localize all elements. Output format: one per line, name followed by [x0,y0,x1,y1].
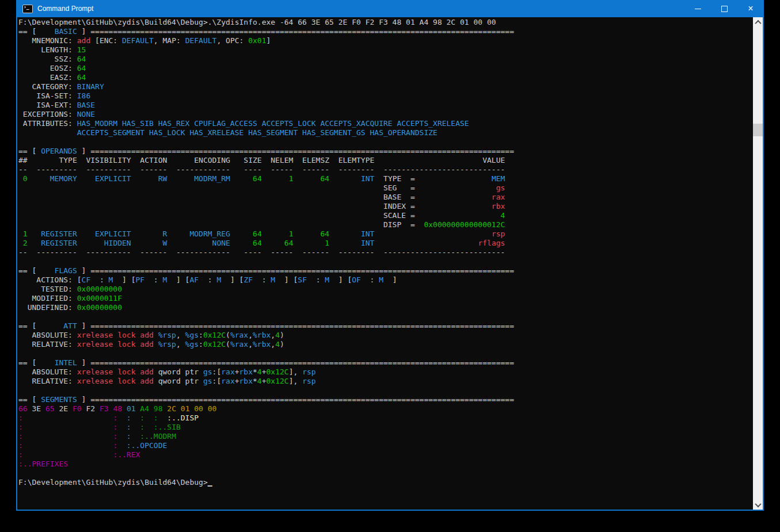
terminal-line: : : :..OPCODE [18,441,753,450]
terminal-line: MODIFIED: 0x0000011F [18,294,753,303]
terminal-line: RELATIVE: xrelease lock add %rsp, %gs:0x… [18,340,753,349]
window-title: Command Prompt [37,5,93,13]
title-bar: Command Prompt × [16,0,764,17]
close-icon: × [748,4,753,13]
terminal-line: ## TYPE VISIBILITY ACTION ENCODING SIZE … [18,156,753,165]
terminal-line [18,137,753,147]
cmd-prompt-icon [22,5,33,13]
terminal-line: SSZ: 64 [18,55,753,64]
terminal-line: -- --------- ---------- ------ ---------… [18,165,753,174]
minimize-button[interactable] [684,0,711,17]
terminal-line: UNDEFINED: 0x00000000 [18,303,753,312]
scrollbar-thumb[interactable] [753,124,763,136]
terminal-line: ISA-SET: I86 [18,91,753,101]
terminal-line: : : : :..MODRM [18,432,753,441]
terminal-line: SEG = gs [18,183,753,193]
maximize-button[interactable] [711,0,737,17]
terminal-line: :..PREFIXES [18,460,753,469]
scroll-up-button[interactable] [753,17,763,27]
terminal-line: -- --------- ---------- ------ ---------… [18,248,753,257]
terminal-line: RELATIVE: xrelease lock add qword ptr gs… [18,377,753,386]
terminal-line: == [ FLAGS ] ===========================… [18,266,753,275]
terminal-line [18,312,753,322]
terminal-line: ATTRIBUTES: HAS_MODRM HAS_SIB HAS_REX CP… [18,119,753,128]
terminal-line: : : : : : :..DISP [18,414,753,423]
terminal-line: : : : : :..SIB [18,423,753,432]
terminal-line: F:\Development\GitHub\zydis\Build64\Debu… [18,18,753,27]
terminal-line: ACCEPTS_SEGMENT HAS_LOCK HAS_XRELEASE HA… [18,128,753,137]
terminal-line: ABSOLUTE: xrelease lock add qword ptr gs… [18,368,753,377]
terminal-line [18,257,753,266]
terminal-line: EOSZ: 64 [18,64,753,73]
terminal-line: SCALE = 4 [18,211,753,220]
scrollbar[interactable] [753,17,763,510]
terminal-line: EXCEPTIONS: NONE [18,110,753,119]
terminal-line: TESTED: 0x00000000 [18,285,753,294]
text-cursor: ▁ [208,478,212,487]
terminal-line [18,386,753,395]
terminal-line [18,469,753,478]
terminal-line: DISP = 0x000000000000012C [18,220,753,229]
terminal-line: 1 REGISTER EXPLICIT R MODRM_REG 64 1 64 … [18,229,753,239]
terminal-line: INDEX = rbx [18,202,753,211]
terminal-line: == [ OPERANDS ] ========================… [18,147,753,156]
minimize-icon [695,9,701,9]
terminal-line: BASE = rax [18,193,753,202]
window-controls: × [684,0,764,17]
terminal-line: == [ SEGMENTS ] ========================… [18,395,753,404]
terminal-output[interactable]: F:\Development\GitHub\zydis\Build64\Debu… [17,17,753,510]
close-button[interactable]: × [737,0,764,17]
terminal-line: LENGTH: 15 [18,45,753,55]
terminal-line: == [ ATT ] =============================… [18,322,753,331]
terminal-line: == [ INTEL ] ===========================… [18,358,753,368]
terminal-line: EASZ: 64 [18,73,753,82]
terminal-line: MNEMONIC: add [ENC: DEFAULT, MAP: DEFAUL… [18,36,753,45]
terminal-line: == [ BASIC ] ===========================… [18,27,753,36]
terminal-line: 0 MEMORY EXPLICIT RW MODRM_RM 64 1 64 IN… [18,174,753,183]
terminal-line: 2 REGISTER HIDDEN W NONE 64 64 1 INT rfl… [18,239,753,248]
terminal-line: ACTIONS: [CF : M ] [PF : M ] [AF : M ] [… [18,275,753,285]
scroll-down-button[interactable] [753,500,763,510]
terminal-line: F:\Development\GitHub\zydis\Build64\Debu… [18,478,753,487]
maximize-icon [721,6,728,12]
terminal-line: ABSOLUTE: xrelease lock add %rsp, %gs:0x… [18,331,753,340]
terminal-line: CATEGORY: BINARY [18,82,753,91]
terminal-line [18,349,753,358]
terminal-line: 66 3E 65 2E F0 F2 F3 48 01 A4 98 2C 01 0… [18,404,753,414]
scroll-up-icon [755,20,761,26]
scroll-down-icon [755,500,761,507]
terminal-line: ISA-EXT: BASE [18,101,753,110]
terminal-line: : :..REX [18,450,753,460]
cmd-window: Command Prompt × F:\Development\GitHub\z… [16,17,764,511]
